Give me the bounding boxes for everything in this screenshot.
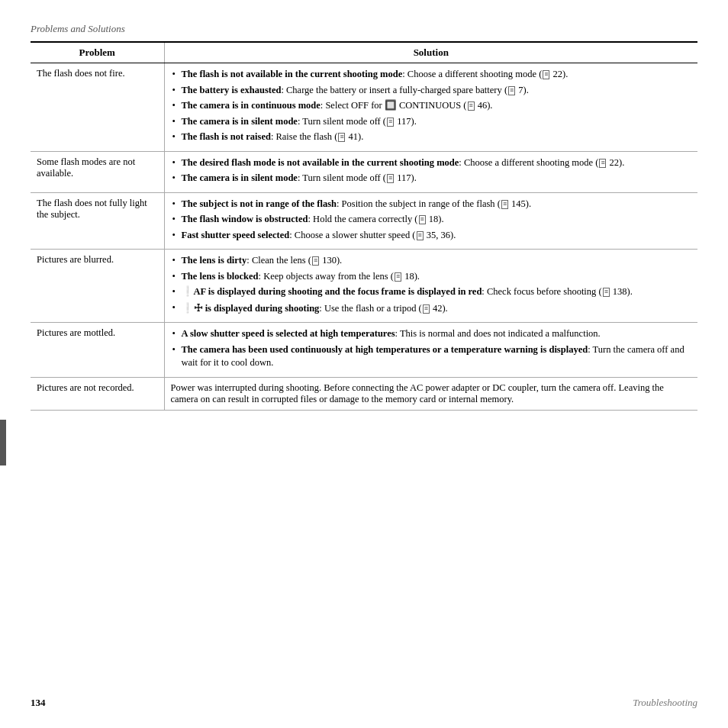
solution-cell: The subject is not in range of the flash…: [164, 192, 697, 250]
solution-item: Fast shutter speed selected: Choose a sl…: [171, 229, 692, 243]
col-header-problem: Problem: [31, 42, 164, 63]
page: Problems and Solutions Problem Solution …: [0, 0, 728, 456]
solution-item: ❕AF is displayed during shooting and the…: [171, 285, 692, 299]
table-row: Pictures are blurred.The lens is dirty: …: [31, 250, 697, 323]
problem-cell: The flash does not fire.: [31, 63, 164, 152]
table-row: Pictures are mottled.A slow shutter spee…: [31, 323, 697, 378]
solution-item: The desired flash mode is not available …: [171, 156, 692, 170]
col-header-solution: Solution: [164, 42, 697, 63]
table-row: Pictures are not recorded.Power was inte…: [31, 377, 697, 410]
problem-cell: Some flash modes are not available.: [31, 151, 164, 192]
page-footer: 134 Troubleshooting: [0, 697, 728, 709]
solution-item: The battery is exhausted: Charge the bat…: [171, 84, 692, 98]
problems-solutions-table: Problem Solution The flash does not fire…: [31, 41, 697, 411]
solution-item: The lens is dirty: Clean the lens (≡ 130…: [171, 254, 692, 268]
solution-item: The camera is in continuous mode: Select…: [171, 99, 692, 113]
page-tab: [0, 420, 6, 465]
solution-item: The flash is not raised: Raise the flash…: [171, 130, 692, 144]
solution-cell: The lens is dirty: Clean the lens (≡ 130…: [164, 250, 697, 323]
solution-item: The flash is not available in the curren…: [171, 68, 692, 82]
table-row: The flash does not fire.The flash is not…: [31, 63, 697, 152]
solution-item: The subject is not in range of the flash…: [171, 198, 692, 211]
solution-cell: The desired flash mode is not available …: [164, 151, 697, 192]
solution-item: The camera is in silent mode: Turn silen…: [171, 172, 692, 185]
problem-cell: Pictures are not recorded.: [31, 377, 164, 410]
table-row: The flash does not fully light the subje…: [31, 192, 697, 250]
solution-item: A slow shutter speed is selected at high…: [171, 327, 692, 341]
solution-item: ❕☩ is displayed during shooting: Use the…: [171, 301, 692, 316]
solution-item: The flash window is obstructed: Hold the…: [171, 213, 692, 227]
page-number: 134: [31, 697, 46, 709]
solution-cell: The flash is not available in the curren…: [164, 63, 697, 152]
solution-cell: Power was interrupted during shooting. B…: [164, 377, 697, 410]
solution-cell: A slow shutter speed is selected at high…: [164, 323, 697, 378]
solution-item: The camera has been used continuously at…: [171, 343, 692, 370]
solution-item: The lens is blocked: Keep objects away f…: [171, 270, 692, 284]
table-row: Some flash modes are not available.The d…: [31, 151, 697, 192]
page-header: Problems and Solutions: [31, 23, 697, 35]
problem-cell: Pictures are mottled.: [31, 323, 164, 378]
solution-item: The camera is in silent mode: Turn silen…: [171, 115, 692, 129]
problem-cell: The flash does not fully light the subje…: [31, 192, 164, 250]
section-label: Troubleshooting: [633, 697, 697, 709]
problem-cell: Pictures are blurred.: [31, 250, 164, 323]
